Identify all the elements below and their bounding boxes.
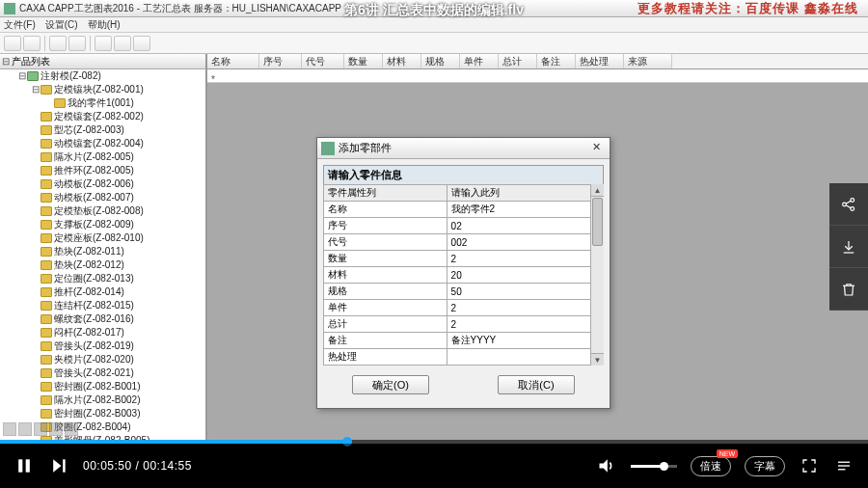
tb-btn-2[interactable]	[23, 36, 41, 51]
tree-item[interactable]: 推杆(Z-082-014)	[0, 285, 205, 299]
tree-item[interactable]: 闷杆(Z-082-017)	[0, 326, 205, 339]
grid-col-header[interactable]: 名称	[207, 54, 259, 68]
toolbar	[0, 33, 868, 54]
tree-item[interactable]: 定模镶套(Z-082-002)	[0, 110, 205, 123]
prop-row[interactable]: 材料20	[324, 267, 604, 284]
tree-item[interactable]: 垫块(Z-082-011)	[0, 245, 205, 258]
grid-col-header[interactable]: 备注	[537, 54, 576, 68]
tree-item[interactable]: 型芯(Z-082-003)	[0, 123, 205, 137]
prop-row[interactable]: 总计2	[324, 316, 604, 333]
prop-scrollbar[interactable]: ▲ ▼	[590, 184, 604, 366]
tree-item[interactable]: 密封圈(Z-082-B003)	[0, 407, 205, 420]
dialog-section-header: 请输入零件信息	[323, 165, 604, 184]
app-window: CAXA CAPP工艺图表2016 - 工艺汇总表 服务器：HU_LISHAN\…	[0, 0, 868, 440]
tree-item[interactable]: 动模镶套(Z-082-004)	[0, 137, 205, 150]
window-title: CAXA CAPP工艺图表2016 - 工艺汇总表 服务器：HU_LISHAN\…	[19, 2, 341, 15]
tree-item[interactable]: 动模板(Z-082-006)	[0, 177, 205, 191]
volume-slider[interactable]	[631, 465, 677, 468]
tree-item[interactable]: 管接头(Z-082-021)	[0, 366, 205, 380]
grid-col-header[interactable]: 单件	[460, 54, 499, 68]
tree-item[interactable]: 定模座板(Z-082-010)	[0, 231, 205, 245]
prop-row[interactable]: 单件2	[324, 300, 604, 316]
volume-button[interactable]	[596, 455, 617, 476]
speed-button[interactable]: 倍速 NEW	[691, 456, 731, 476]
tree-item[interactable]: 管接头(Z-082-019)	[0, 339, 205, 353]
prop-row[interactable]: 序号02	[324, 218, 604, 234]
fullscreen-button[interactable]	[799, 455, 820, 476]
tree-item[interactable]: 密封圈(Z-082-B001)	[0, 380, 205, 393]
prop-row[interactable]: 备注备注YYYY	[324, 333, 604, 349]
prop-row[interactable]: 规格50	[324, 284, 604, 300]
tree-item[interactable]: 动模板(Z-082-007)	[0, 191, 205, 204]
tree-item[interactable]: 定位圈(Z-082-013)	[0, 272, 205, 285]
menu-settings[interactable]: 设置(C)	[45, 18, 78, 32]
grid-col-header[interactable]: 热处理	[576, 54, 624, 68]
prop-row[interactable]: 代号002	[324, 234, 604, 251]
app-icon	[4, 3, 15, 14]
svg-marker-7	[53, 459, 61, 472]
subtitle-button[interactable]: 字幕	[745, 456, 785, 476]
prop-row[interactable]: 数量2	[324, 251, 604, 267]
prop-col1: 零件属性列	[324, 185, 448, 202]
menu-file[interactable]: 文件(F)	[4, 18, 36, 32]
share-button[interactable]	[829, 183, 868, 226]
player-controls: 00:05:50 / 00:14:55 倍速 NEW 字幕	[0, 444, 868, 488]
prop-row[interactable]: 热处理	[324, 349, 604, 366]
tree-item[interactable]: 推件环(Z-082-005)	[0, 164, 205, 177]
tb-btn-7[interactable]	[133, 36, 150, 51]
prop-row[interactable]: 名称我的零件2	[324, 202, 604, 218]
play-pause-button[interactable]	[14, 455, 35, 476]
dialog-titlebar[interactable]: 添加零部件 ✕	[317, 138, 610, 159]
svg-line-3	[846, 201, 851, 203]
svg-line-4	[846, 204, 851, 207]
ok-button[interactable]: 确定(O)	[352, 375, 429, 394]
grid-col-header[interactable]: 数量	[344, 54, 383, 68]
grid-col-header[interactable]: 序号	[259, 54, 302, 68]
grid-new-row[interactable]: *	[207, 69, 868, 83]
tb-btn-5[interactable]	[95, 36, 112, 51]
dialog-close-button[interactable]: ✕	[583, 141, 610, 156]
grid-col-header[interactable]: 代号	[302, 54, 344, 68]
new-badge: NEW	[717, 449, 738, 458]
tree-item[interactable]: 支撑板(Z-082-009)	[0, 218, 205, 231]
grid-col-header[interactable]: 总计	[499, 54, 537, 68]
property-grid[interactable]: 零件属性列 请输入此列 名称我的零件2序号02代号002数量2材料20规格50单…	[323, 184, 604, 366]
next-button[interactable]	[48, 455, 69, 476]
title-bar: CAXA CAPP工艺图表2016 - 工艺汇总表 服务器：HU_LISHAN\…	[0, 0, 868, 17]
tree-item[interactable]: 螺纹套(Z-082-016)	[0, 312, 205, 326]
svg-marker-9	[600, 459, 608, 472]
dialog-icon	[321, 142, 335, 155]
tree-item[interactable]: ⊟定模镶块(Z-082-001)	[0, 83, 205, 96]
download-button[interactable]	[829, 226, 868, 268]
svg-rect-6	[26, 459, 30, 472]
dialog-title: 添加零部件	[339, 141, 392, 155]
tree-item[interactable]: ⊟注射模(Z-082)	[0, 69, 205, 83]
menu-bar: 文件(F) 设置(C) 帮助(H)	[0, 17, 868, 33]
delete-button[interactable]	[829, 268, 868, 311]
side-float-panel	[829, 183, 868, 311]
tree-root-label[interactable]: 产品列表	[10, 55, 50, 68]
prop-col2: 请输入此列	[447, 185, 603, 202]
cancel-button[interactable]: 取消(C)	[498, 375, 575, 394]
tree-body[interactable]: ⊟注射模(Z-082)⊟定模镶块(Z-082-001) 我的零件1(001) 定…	[0, 69, 205, 440]
tree-item[interactable]: 隔水片(Z-082-005)	[0, 150, 205, 164]
tree-panel: ⊟产品列表 ⊟注射模(Z-082)⊟定模镶块(Z-082-001) 我的零件1(…	[0, 54, 207, 440]
grid-col-header[interactable]: 来源	[624, 54, 672, 68]
grid-col-header[interactable]: 规格	[421, 54, 460, 68]
tb-btn-6[interactable]	[114, 36, 131, 51]
promo-banner: 更多教程请关注：百度传课 鑫淼在线	[637, 0, 864, 17]
tree-item[interactable]: 隔水片(Z-082-B002)	[0, 393, 205, 407]
tb-btn-3[interactable]	[49, 36, 67, 51]
playlist-button[interactable]	[833, 455, 854, 476]
tree-item[interactable]: 定模垫板(Z-082-008)	[0, 204, 205, 218]
tb-btn-1[interactable]	[4, 36, 21, 51]
add-part-dialog: 添加零部件 ✕ 请输入零件信息 零件属性列 请输入此列 名称我的零件2序号02代…	[316, 137, 610, 409]
grid-col-header[interactable]: 材料	[383, 54, 421, 68]
tree-item[interactable]: 夹模片(Z-082-020)	[0, 353, 205, 366]
tb-btn-4[interactable]	[68, 36, 86, 51]
tree-item[interactable]: 我的零件1(001)	[0, 96, 205, 110]
menu-help[interactable]: 帮助(H)	[88, 18, 121, 32]
status-tray	[3, 422, 78, 438]
tree-item[interactable]: 连结杆(Z-082-015)	[0, 299, 205, 312]
tree-item[interactable]: 垫块(Z-082-012)	[0, 258, 205, 272]
